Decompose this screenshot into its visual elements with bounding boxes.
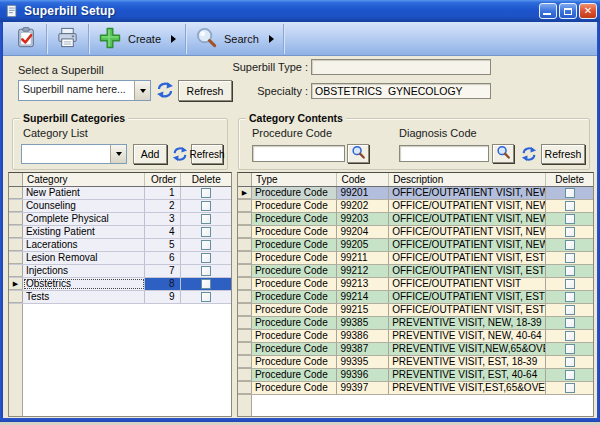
procedure-code-input[interactable] [252, 145, 345, 162]
delete-checkbox[interactable] [201, 227, 211, 237]
category-row[interactable]: Tests9 [9, 291, 231, 304]
row-selector[interactable] [238, 291, 252, 303]
type-cell[interactable]: Procedure Code [252, 226, 338, 238]
delete-checkbox[interactable] [201, 188, 211, 198]
category-row[interactable]: Complete Physical3 [9, 213, 231, 226]
content-row[interactable]: Procedure Code99386PREVENTIVE VISIT, NEW… [238, 330, 593, 343]
description-cell[interactable]: OFFICE/OUTPATIENT VISIT, NEW [389, 226, 546, 238]
description-cell[interactable]: OFFICE/OUTPATIENT VISIT, EST [389, 265, 546, 277]
row-selector[interactable] [9, 226, 23, 238]
category-cell[interactable]: Lacerations [23, 239, 145, 251]
row-selector[interactable] [9, 187, 23, 199]
description-cell[interactable]: OFFICE/OUTPATIENT VISIT, EST [389, 252, 546, 264]
row-selector[interactable] [238, 330, 252, 342]
type-cell[interactable]: Procedure Code [252, 304, 338, 316]
code-cell[interactable]: 99212 [337, 265, 389, 277]
description-cell[interactable]: PREVENTIVE VISIT,NEW,65&OVER [389, 343, 546, 355]
order-cell[interactable]: 8 [145, 278, 182, 290]
code-cell[interactable]: 99211 [337, 252, 389, 264]
content-row[interactable]: Procedure Code99215OFFICE/OUTPATIENT VIS… [238, 304, 593, 317]
description-cell[interactable]: PREVENTIVE VISIT,EST,65&OVER [389, 382, 546, 394]
category-cell[interactable]: Tests [23, 291, 145, 303]
order-cell[interactable]: 4 [145, 226, 182, 238]
search-button[interactable]: Search [187, 24, 282, 54]
category-cell[interactable]: New Patient [23, 187, 145, 199]
delete-checkbox[interactable] [565, 214, 575, 224]
content-row[interactable]: Procedure Code99202OFFICE/OUTPATIENT VIS… [238, 200, 593, 213]
code-cell[interactable]: 99204 [337, 226, 389, 238]
type-cell[interactable]: Procedure Code [252, 252, 338, 264]
content-row[interactable]: Procedure Code99205OFFICE/OUTPATIENT VIS… [238, 239, 593, 252]
delete-checkbox[interactable] [565, 279, 575, 289]
chevron-down-icon[interactable] [110, 145, 126, 163]
delete-checkbox[interactable] [565, 253, 575, 263]
row-selector current-row-icon[interactable]: ▶ [9, 278, 23, 290]
content-row[interactable]: Procedure Code99397PREVENTIVE VISIT,EST,… [238, 382, 593, 395]
delete-checkbox[interactable] [201, 279, 211, 289]
row-selector[interactable] [238, 239, 252, 251]
content-row[interactable]: Procedure Code99396PREVENTIVE VISIT, EST… [238, 369, 593, 382]
row-selector[interactable] [9, 265, 23, 277]
order-cell[interactable]: 2 [145, 200, 182, 212]
close-button[interactable]: ✕ [579, 3, 597, 19]
row-selector[interactable] [9, 213, 23, 225]
delete-checkbox[interactable] [565, 318, 575, 328]
category-row[interactable]: New Patient1 [9, 187, 231, 200]
code-cell[interactable]: 99205 [337, 239, 389, 251]
content-row[interactable]: Procedure Code99387PREVENTIVE VISIT,NEW,… [238, 343, 593, 356]
column-header-delete[interactable]: Delete [181, 173, 231, 186]
row-selector[interactable] [238, 317, 252, 329]
search-menu-arrow-icon[interactable] [269, 35, 274, 43]
type-cell[interactable]: Procedure Code [252, 330, 338, 342]
row-selector[interactable] [9, 200, 23, 212]
row-selector[interactable] [238, 213, 252, 225]
category-row[interactable]: Injections7 [9, 265, 231, 278]
description-cell[interactable]: OFFICE/OUTPATIENT VISIT, NEW [389, 239, 546, 251]
row-selector[interactable] [238, 265, 252, 277]
type-cell[interactable]: Procedure Code [252, 265, 338, 277]
type-cell[interactable]: Procedure Code [252, 278, 338, 290]
order-cell[interactable]: 5 [145, 239, 182, 251]
content-row[interactable]: Procedure Code99385PREVENTIVE VISIT, NEW… [238, 317, 593, 330]
superbill-type-field[interactable] [311, 59, 491, 75]
category-cell[interactable]: Counseling [23, 200, 145, 212]
row-selector[interactable] [238, 200, 252, 212]
category-row[interactable]: Existing Patient4 [9, 226, 231, 239]
description-cell[interactable]: OFFICE/OUTPATIENT VISIT, NEW [389, 187, 546, 199]
content-row[interactable]: Procedure Code99204OFFICE/OUTPATIENT VIS… [238, 226, 593, 239]
delete-checkbox[interactable] [565, 344, 575, 354]
description-cell[interactable]: PREVENTIVE VISIT, NEW, 18-39 [389, 317, 546, 329]
type-cell[interactable]: Procedure Code [252, 213, 338, 225]
description-cell[interactable]: OFFICE/OUTPATIENT VISIT, NEW [389, 213, 546, 225]
row-selector[interactable] [238, 304, 252, 316]
description-cell[interactable]: OFFICE/OUTPATIENT VISIT, NEW [389, 200, 546, 212]
order-cell[interactable]: 1 [145, 187, 182, 199]
type-cell[interactable]: Procedure Code [252, 343, 338, 355]
content-row[interactable]: Procedure Code99214OFFICE/OUTPATIENT VIS… [238, 291, 593, 304]
delete-checkbox[interactable] [565, 383, 575, 393]
delete-checkbox[interactable] [565, 357, 575, 367]
delete-checkbox[interactable] [565, 240, 575, 250]
category-cell[interactable]: Injections [23, 265, 145, 277]
description-cell[interactable]: OFFICE/OUTPATIENT VISIT [389, 278, 546, 290]
type-cell[interactable]: Procedure Code [252, 200, 338, 212]
delete-checkbox[interactable] [565, 370, 575, 380]
code-cell[interactable]: 99396 [337, 369, 389, 381]
category-list-dropdown[interactable] [21, 144, 127, 164]
row-selector[interactable] [9, 291, 23, 303]
column-header-category[interactable]: Category [23, 173, 145, 186]
column-header-description[interactable]: Description [389, 173, 546, 186]
type-cell[interactable]: Procedure Code [252, 187, 338, 199]
content-row[interactable]: Procedure Code99213OFFICE/OUTPATIENT VIS… [238, 278, 593, 291]
type-cell[interactable]: Procedure Code [252, 291, 338, 303]
row-selector[interactable] [238, 343, 252, 355]
type-cell[interactable]: Procedure Code [252, 239, 338, 251]
code-cell[interactable]: 99203 [337, 213, 389, 225]
delete-checkbox[interactable] [565, 331, 575, 341]
code-cell[interactable]: 99386 [337, 330, 389, 342]
code-cell[interactable]: 99397 [337, 382, 389, 394]
column-header-delete[interactable]: Delete [546, 173, 593, 186]
code-cell[interactable]: 99201 [337, 187, 389, 199]
specialty-field[interactable]: OBSTETRICS GYNECOLOGY [311, 83, 491, 99]
add-category-button[interactable]: Add [133, 144, 167, 164]
